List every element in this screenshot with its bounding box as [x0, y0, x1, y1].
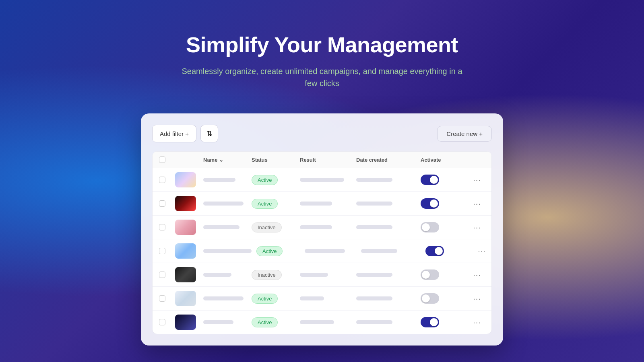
- date-placeholder: [356, 296, 392, 300]
- campaign-thumbnail-0: [175, 172, 196, 187]
- campaign-name-5: [203, 296, 252, 300]
- name-placeholder: [203, 273, 231, 277]
- table-row: Active ···: [153, 311, 491, 334]
- status-cell-4: Inactive: [252, 270, 300, 280]
- more-options-button-5[interactable]: ···: [469, 294, 485, 303]
- sort-button[interactable]: ⇅: [200, 125, 218, 142]
- more-options-button-0[interactable]: ···: [469, 175, 485, 185]
- activate-toggle-4[interactable]: [421, 269, 439, 280]
- status-badge-0: Active: [252, 175, 278, 185]
- campaign-name-1: [203, 202, 252, 206]
- more-options-button-6[interactable]: ···: [469, 318, 485, 327]
- toggle-thumb: [422, 294, 430, 302]
- date-placeholder: [356, 178, 392, 182]
- toggle-thumb: [430, 176, 438, 184]
- management-panel: Add filter + ⇅ Create new + Name ⌄ Statu…: [141, 113, 503, 346]
- date-cell-0: [356, 178, 421, 182]
- result-placeholder: [305, 249, 345, 253]
- more-options-button-2[interactable]: ···: [469, 223, 485, 232]
- status-badge-5: Active: [252, 294, 278, 304]
- result-placeholder: [300, 178, 344, 182]
- status-cell-6: Active: [252, 317, 300, 327]
- row-checkbox-4[interactable]: [159, 272, 165, 278]
- create-new-button[interactable]: Create new +: [437, 126, 492, 142]
- sort-icon: ⇅: [206, 129, 213, 138]
- toggle-thumb: [430, 318, 438, 326]
- table-row: Active ···: [153, 287, 491, 311]
- campaign-thumbnail-1: [175, 196, 196, 211]
- table-body: Active ··· Active: [153, 168, 491, 334]
- hero-title: Simplify Your Management: [186, 32, 458, 57]
- name-placeholder: [203, 202, 244, 206]
- name-placeholder: [203, 296, 244, 300]
- date-placeholder: [356, 202, 392, 206]
- status-badge-6: Active: [252, 317, 278, 327]
- campaign-thumbnail-5: [175, 291, 196, 306]
- row-checkbox-3[interactable]: [159, 248, 165, 254]
- date-placeholder: [356, 273, 392, 277]
- campaign-thumbnail-6: [175, 315, 196, 330]
- activate-cell-0: [421, 175, 469, 185]
- add-filter-button[interactable]: Add filter +: [152, 125, 196, 142]
- activate-toggle-5[interactable]: [421, 293, 439, 304]
- row-checkbox-2[interactable]: [159, 224, 165, 230]
- date-placeholder: [356, 225, 392, 229]
- result-cell-5: [300, 296, 356, 300]
- more-options-button-3[interactable]: ···: [474, 247, 490, 256]
- table-header: Name ⌄ Status Result Date created Activa…: [153, 152, 491, 168]
- row-checkbox-1[interactable]: [159, 200, 165, 207]
- activate-toggle-6[interactable]: [421, 317, 439, 327]
- date-cell-2: [356, 225, 421, 229]
- more-options-button-4[interactable]: ···: [469, 270, 485, 280]
- result-cell-3: [305, 249, 361, 253]
- table-row: Inactive ···: [153, 263, 491, 287]
- date-cell-3: [361, 249, 425, 253]
- activate-cell-2: [421, 222, 469, 232]
- campaign-name-6: [203, 320, 252, 324]
- result-placeholder: [300, 202, 332, 206]
- result-placeholder: [300, 225, 332, 229]
- status-badge-3: Active: [256, 246, 283, 256]
- date-cell-1: [356, 202, 421, 206]
- more-options-button-1[interactable]: ···: [469, 199, 485, 208]
- result-cell-4: [300, 273, 356, 277]
- row-checkbox-6[interactable]: [159, 319, 165, 325]
- campaign-name-0: [203, 178, 252, 182]
- table-row: Active ···: [153, 168, 491, 192]
- col-name: Name ⌄: [203, 157, 252, 163]
- status-cell-5: Active: [252, 294, 300, 304]
- name-sort-icon: ⌄: [219, 157, 223, 163]
- name-placeholder: [203, 320, 233, 324]
- date-placeholder: [361, 249, 397, 253]
- status-badge-2: Inactive: [252, 222, 282, 232]
- col-date: Date created: [356, 157, 421, 163]
- name-placeholder: [203, 178, 235, 182]
- activate-toggle-2[interactable]: [421, 222, 439, 232]
- toolbar: Add filter + ⇅ Create new +: [152, 125, 492, 142]
- activate-toggle-0[interactable]: [421, 175, 439, 185]
- result-placeholder: [300, 320, 334, 324]
- status-cell-1: Active: [252, 199, 300, 209]
- campaign-thumbnail-3: [175, 243, 196, 259]
- activate-cell-4: [421, 269, 469, 280]
- activate-toggle-1[interactable]: [421, 198, 439, 209]
- row-checkbox-0[interactable]: [159, 177, 165, 183]
- col-status: Status: [252, 157, 300, 163]
- campaign-name-3: [203, 249, 256, 253]
- status-badge-1: Active: [252, 199, 278, 209]
- select-all-checkbox[interactable]: [159, 156, 165, 163]
- status-cell-0: Active: [252, 175, 300, 185]
- campaign-name-4: [203, 273, 252, 277]
- activate-toggle-3[interactable]: [425, 246, 444, 256]
- campaigns-table: Name ⌄ Status Result Date created Activa…: [152, 151, 492, 334]
- toggle-thumb: [435, 247, 443, 255]
- col-activate: Activate: [421, 157, 469, 163]
- row-checkbox-5[interactable]: [159, 295, 165, 302]
- toolbar-left: Add filter + ⇅: [152, 125, 218, 142]
- result-cell-0: [300, 178, 356, 182]
- date-cell-6: [356, 320, 421, 324]
- activate-cell-3: [425, 246, 474, 256]
- result-cell-6: [300, 320, 356, 324]
- status-cell-2: Inactive: [252, 222, 300, 232]
- result-cell-2: [300, 225, 356, 229]
